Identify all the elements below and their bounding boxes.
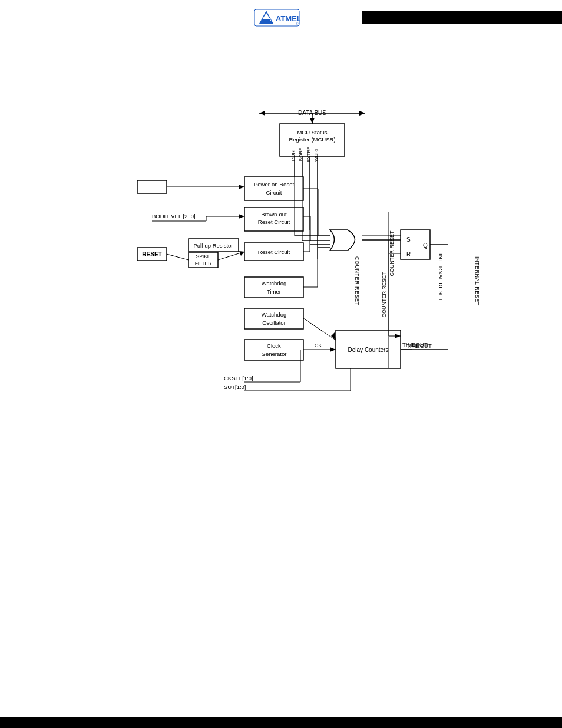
svg-text:INTERNAL RESET: INTERNAL RESET xyxy=(438,253,444,301)
svg-line-48 xyxy=(167,254,189,260)
svg-text:Timer: Timer xyxy=(267,288,281,295)
svg-text:MCU Status: MCU Status xyxy=(297,129,327,136)
svg-text:WDRF: WDRF xyxy=(313,147,319,162)
svg-marker-36 xyxy=(239,185,244,189)
svg-marker-7 xyxy=(259,111,265,116)
svg-text:Oscillator: Oscillator xyxy=(262,319,286,326)
svg-rect-3 xyxy=(262,19,270,21)
svg-text:Clock: Clock xyxy=(267,342,281,349)
svg-marker-10 xyxy=(310,118,315,124)
svg-text:Reset Circuit: Reset Circuit xyxy=(258,219,290,225)
svg-text:Watchdog: Watchdog xyxy=(262,311,286,318)
svg-text:Reset Circuit: Reset Circuit xyxy=(258,249,290,255)
svg-text:S: S xyxy=(406,236,411,243)
internal-reset-label: INTERNAL RESET xyxy=(474,256,480,306)
header-bar xyxy=(362,11,562,24)
svg-text:EXTRF: EXTRF xyxy=(306,147,311,162)
svg-text:Brown-out: Brown-out xyxy=(261,211,287,218)
svg-text:PORF: PORF xyxy=(290,148,296,161)
svg-text:Watchdog: Watchdog xyxy=(262,280,286,286)
svg-text:Power-on Reset: Power-on Reset xyxy=(254,181,294,187)
svg-marker-8 xyxy=(359,111,365,116)
svg-text:Circuit: Circuit xyxy=(266,189,282,196)
svg-text:Pull-up Resistor: Pull-up Resistor xyxy=(193,242,233,249)
atmel-logo: ATMEL ® xyxy=(253,5,300,31)
svg-text:SUT[1:0]: SUT[1:0] xyxy=(224,384,246,390)
svg-text:SPIKE: SPIKE xyxy=(196,253,210,259)
svg-marker-96 xyxy=(331,332,336,340)
svg-text:COUNTER RESET: COUNTER RESET xyxy=(381,272,387,318)
svg-text:Q: Q xyxy=(423,242,428,249)
svg-text:R: R xyxy=(406,251,411,258)
header: ATMEL ® xyxy=(0,0,562,41)
svg-text:®: ® xyxy=(296,22,299,25)
svg-text:BORF: BORF xyxy=(298,148,303,161)
svg-text:BODLEVEL [2_0]: BODLEVEL [2_0] xyxy=(152,213,196,219)
svg-text:Register (MCUSR): Register (MCUSR) xyxy=(289,136,335,143)
svg-text:Delay Counters: Delay Counters xyxy=(348,347,389,353)
svg-marker-61 xyxy=(330,347,336,352)
svg-text:CKSEL[1:0]: CKSEL[1:0] xyxy=(224,375,253,381)
svg-marker-47 xyxy=(239,251,244,256)
svg-marker-41 xyxy=(239,214,244,219)
svg-line-95 xyxy=(303,318,336,340)
svg-text:RESET: RESET xyxy=(142,251,161,258)
svg-text:CK: CK xyxy=(315,342,322,348)
svg-text:TIMEOUT: TIMEOUT xyxy=(402,341,428,348)
svg-rect-23 xyxy=(137,180,167,193)
counter-reset-label: COUNTER RESET xyxy=(354,256,360,306)
diagram-svg: DATA BUS MCU Status Register (MCUSR) POR… xyxy=(0,47,562,713)
svg-text:FILTER: FILTER xyxy=(195,261,212,266)
svg-text:Generator: Generator xyxy=(262,351,287,357)
footer-bar xyxy=(0,717,562,728)
